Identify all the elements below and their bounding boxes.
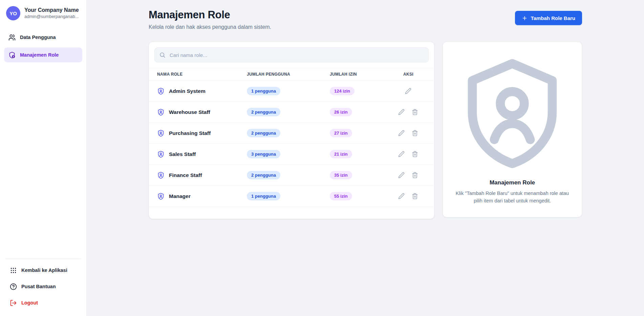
permissions-count-badge: 26 izin bbox=[330, 108, 352, 117]
edit-role-button[interactable] bbox=[404, 87, 412, 95]
add-role-button[interactable]: Tambah Role Baru bbox=[515, 11, 582, 25]
delete-role-button[interactable] bbox=[411, 150, 419, 158]
detail-panel-description: Klik "Tambah Role Baru" untuk menambah r… bbox=[452, 190, 572, 205]
shield-user-icon bbox=[157, 87, 165, 95]
trash-icon bbox=[412, 193, 418, 199]
role-name: Sales Staff bbox=[169, 151, 196, 157]
shield-user-icon bbox=[157, 151, 165, 158]
page-title: Manajemen Role bbox=[149, 9, 271, 21]
table-row[interactable]: Warehouse Staff 2 pengguna 26 izin bbox=[149, 102, 434, 123]
table-footer bbox=[149, 207, 434, 219]
delete-role-button[interactable] bbox=[411, 129, 419, 137]
edit-role-button[interactable] bbox=[398, 108, 406, 116]
trash-icon bbox=[412, 172, 418, 178]
delete-role-button[interactable] bbox=[411, 192, 419, 200]
main-content: Manajemen Role Kelola role dan hak akses… bbox=[87, 0, 644, 316]
sidebar: YO Your Company Name admin@sumberpangana… bbox=[0, 0, 87, 316]
shield-user-icon bbox=[452, 54, 572, 174]
search-role-input[interactable] bbox=[154, 47, 429, 62]
pencil-icon bbox=[398, 172, 405, 178]
pencil-icon bbox=[405, 88, 411, 94]
logout-button[interactable]: Logout bbox=[5, 296, 81, 310]
shield-user-icon bbox=[157, 193, 165, 200]
back-to-app-button[interactable]: Kembali ke Aplikasi bbox=[5, 263, 81, 277]
shield-badge-icon bbox=[8, 52, 16, 59]
role-name: Warehouse Staff bbox=[169, 109, 210, 115]
permissions-count-badge: 124 izin bbox=[330, 87, 355, 96]
edit-role-button[interactable] bbox=[398, 171, 406, 179]
sidebar-item-label: Data Pengguna bbox=[20, 35, 56, 40]
trash-icon bbox=[412, 151, 418, 157]
column-header-nama-role: NAMA ROLE bbox=[157, 72, 247, 77]
table-row[interactable]: Purchasing Staff 2 pengguna 27 izin bbox=[149, 123, 434, 144]
pencil-icon bbox=[398, 193, 405, 199]
edit-role-button[interactable] bbox=[398, 150, 406, 158]
page-subtitle: Kelola role dan hak akses pengguna dalam… bbox=[149, 24, 271, 30]
trash-icon bbox=[412, 130, 418, 136]
company-name: Your Company Name bbox=[24, 7, 79, 14]
users-count-badge: 2 pengguna bbox=[247, 129, 280, 138]
delete-role-button[interactable] bbox=[411, 108, 419, 116]
table-row[interactable]: Sales Staff 3 pengguna 21 izin bbox=[149, 144, 434, 165]
permissions-count-badge: 21 izin bbox=[330, 150, 352, 159]
avatar: YO bbox=[6, 6, 20, 20]
role-name: Manager bbox=[169, 193, 191, 199]
users-count-badge: 2 pengguna bbox=[247, 108, 280, 117]
roles-table-card: NAMA ROLE JUMLAH PENGGUNA JUMLAH IZIN AK… bbox=[149, 42, 434, 219]
users-count-badge: 2 pengguna bbox=[247, 171, 280, 180]
plus-icon bbox=[522, 15, 528, 21]
table-row[interactable]: Admin System 1 pengguna 124 izin bbox=[149, 81, 434, 102]
table-body: Admin System 1 pengguna 124 izin Warehou… bbox=[149, 81, 434, 207]
users-icon bbox=[8, 34, 16, 41]
permissions-count-badge: 35 izin bbox=[330, 171, 352, 180]
detail-panel: Manajemen Role Klik "Tambah Role Baru" u… bbox=[443, 42, 582, 217]
trash-icon bbox=[412, 109, 418, 115]
company-email: admin@sumberpanganab... bbox=[24, 14, 79, 20]
table-header: NAMA ROLE JUMLAH PENGGUNA JUMLAH IZIN AK… bbox=[149, 68, 434, 81]
permissions-count-badge: 27 izin bbox=[330, 129, 352, 138]
users-count-badge: 1 pengguna bbox=[247, 87, 280, 96]
column-header-jumlah-izin: JUMLAH IZIN bbox=[330, 72, 391, 77]
users-count-badge: 1 pengguna bbox=[247, 192, 280, 201]
shield-user-icon bbox=[157, 108, 165, 116]
add-role-button-label: Tambah Role Baru bbox=[531, 15, 575, 21]
pencil-icon bbox=[398, 151, 405, 157]
edit-role-button[interactable] bbox=[398, 192, 406, 200]
delete-role-button[interactable] bbox=[411, 171, 419, 179]
edit-role-button[interactable] bbox=[398, 129, 406, 137]
shield-user-icon bbox=[157, 130, 165, 137]
app-grid-icon bbox=[10, 267, 17, 274]
role-name: Purchasing Staff bbox=[169, 130, 211, 136]
pencil-icon bbox=[398, 130, 405, 136]
role-name: Finance Staff bbox=[169, 172, 202, 178]
table-row[interactable]: Manager 1 pengguna 55 izin bbox=[149, 186, 434, 207]
company-account[interactable]: YO Your Company Name admin@sumberpangana… bbox=[4, 5, 82, 26]
sidebar-footer: Kembali ke Aplikasi Pusat Bantuan Logout bbox=[5, 259, 81, 310]
table-row[interactable]: Finance Staff 2 pengguna 35 izin bbox=[149, 165, 434, 186]
shield-user-icon bbox=[157, 172, 165, 179]
sidebar-item-manajemen-role[interactable]: Manajemen Role bbox=[4, 47, 82, 62]
logout-label: Logout bbox=[21, 300, 38, 305]
help-center-label: Pusat Bantuan bbox=[21, 284, 56, 289]
sidebar-item-label: Manajemen Role bbox=[20, 52, 59, 58]
help-center-button[interactable]: Pusat Bantuan bbox=[5, 279, 81, 294]
pencil-icon bbox=[398, 109, 405, 115]
column-header-jumlah-pengguna: JUMLAH PENGGUNA bbox=[247, 72, 330, 77]
logout-icon bbox=[10, 299, 17, 307]
sidebar-item-data-pengguna[interactable]: Data Pengguna bbox=[4, 30, 82, 45]
detail-panel-title: Manajemen Role bbox=[452, 179, 572, 186]
permissions-count-badge: 55 izin bbox=[330, 192, 352, 201]
sidebar-nav: Data Pengguna Manajemen Role bbox=[4, 30, 82, 62]
back-to-app-label: Kembali ke Aplikasi bbox=[21, 268, 67, 273]
column-header-aksi: AKSI bbox=[391, 72, 426, 77]
role-name: Admin System bbox=[169, 88, 206, 94]
help-icon bbox=[10, 283, 17, 290]
users-count-badge: 3 pengguna bbox=[247, 150, 280, 159]
